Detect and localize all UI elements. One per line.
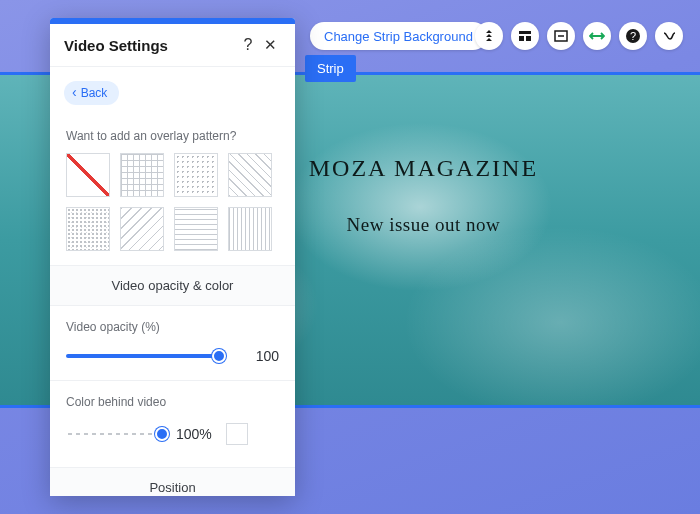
- strip-chip[interactable]: Strip: [305, 55, 356, 82]
- pattern-horizontal-lines[interactable]: [174, 207, 218, 251]
- close-icon[interactable]: ✕: [259, 36, 281, 54]
- svg-text:?: ?: [630, 30, 636, 42]
- width-arrows-icon[interactable]: [583, 22, 611, 50]
- overlay-question: Want to add an overlay pattern?: [66, 129, 279, 143]
- field-color-behind: Color behind video 100%: [50, 381, 295, 451]
- panel-header: Video Settings ? ✕: [50, 24, 295, 67]
- layout-icon[interactable]: [511, 22, 539, 50]
- video-settings-panel: Video Settings ? ✕ Back Want to add an o…: [50, 18, 295, 496]
- section-position[interactable]: Position: [50, 468, 295, 496]
- color-behind-value: 100%: [176, 426, 212, 442]
- section-opacity-color[interactable]: Video opacity & color: [50, 265, 295, 306]
- help-icon[interactable]: ?: [619, 22, 647, 50]
- slider-thumb[interactable]: [155, 427, 169, 441]
- svg-rect-0: [519, 31, 531, 34]
- svg-rect-1: [519, 36, 524, 41]
- pattern-diagonal-2[interactable]: [120, 207, 164, 251]
- hero-subtitle: New issue out now: [309, 214, 538, 236]
- svg-rect-2: [526, 36, 531, 41]
- back-button[interactable]: Back: [64, 81, 119, 105]
- stretch-icon[interactable]: [547, 22, 575, 50]
- toolbar-icons: ?: [475, 22, 683, 50]
- field-video-opacity: Video opacity (%) 100: [50, 306, 295, 370]
- change-strip-background-button[interactable]: Change Strip Background: [310, 22, 487, 50]
- scroll-effects-icon[interactable]: [475, 22, 503, 50]
- panel-body: Back Want to add an overlay pattern? Vid…: [50, 67, 295, 496]
- pattern-vertical-lines[interactable]: [228, 207, 272, 251]
- pattern-dots[interactable]: [174, 153, 218, 197]
- hero-title: MOZA MAGAZINE: [309, 155, 538, 182]
- panel-title: Video Settings: [64, 37, 237, 54]
- pattern-diagonal[interactable]: [228, 153, 272, 197]
- animation-icon[interactable]: [655, 22, 683, 50]
- color-behind-swatch[interactable]: [226, 423, 248, 445]
- strip-chip-label: Strip: [317, 61, 344, 76]
- change-strip-label: Change Strip Background: [324, 29, 473, 44]
- back-label: Back: [81, 86, 108, 100]
- video-opacity-slider[interactable]: [66, 354, 219, 358]
- pattern-none[interactable]: [66, 153, 110, 197]
- color-behind-label: Color behind video: [66, 395, 279, 409]
- pattern-grid[interactable]: [120, 153, 164, 197]
- hero-text: MOZA MAGAZINE New issue out now: [309, 155, 538, 236]
- color-behind-slider[interactable]: [66, 431, 162, 437]
- panel-help-button[interactable]: ?: [237, 36, 259, 54]
- pattern-noise[interactable]: [66, 207, 110, 251]
- overlay-pattern-grid: [50, 153, 295, 265]
- slider-thumb[interactable]: [212, 349, 226, 363]
- video-opacity-label: Video opacity (%): [66, 320, 279, 334]
- video-opacity-value: 100: [233, 348, 279, 364]
